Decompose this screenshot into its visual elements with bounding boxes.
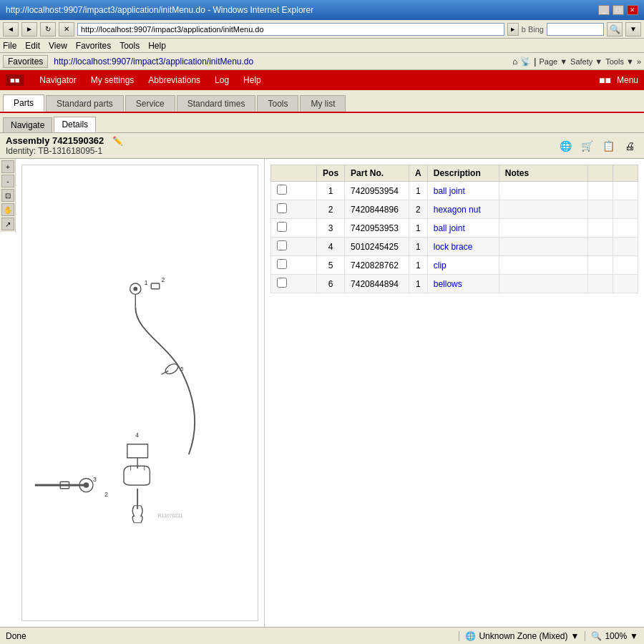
menu-tools[interactable]: Tools: [119, 41, 140, 51]
tab-my-list[interactable]: My list: [300, 95, 346, 112]
go-button[interactable]: ►: [507, 23, 519, 36]
app-nav-bar: ■■ Navigator My settings Abbreviations L…: [0, 70, 644, 90]
row-qty: 1: [409, 275, 428, 293]
tab-standard-times[interactable]: Standard times: [177, 95, 256, 112]
favorites-button[interactable]: Favorites: [3, 55, 48, 68]
table-row: 2 7420844896 2 hexagon nut: [271, 200, 638, 219]
tab-tools[interactable]: Tools: [257, 95, 298, 112]
print-icon[interactable]: 🖨: [621, 137, 638, 155]
row-notes: [499, 219, 587, 238]
menu-favorites[interactable]: Favorites: [76, 41, 111, 51]
close-button[interactable]: ✕: [627, 5, 638, 15]
copy-icon[interactable]: 📋: [600, 137, 617, 155]
row-checkbox-4[interactable]: [277, 259, 287, 269]
parts-table: Pos Part No. A Description Notes 1 74209…: [270, 165, 638, 293]
action-bar: Assembly 7421590362 ✏️ Identity: TB-1316…: [0, 133, 644, 159]
zoom-status: 🔍 100% ▼: [585, 631, 638, 641]
table-row: 3 7420953953 1 ball joint: [271, 219, 638, 238]
row-partno: 5010245425: [345, 238, 409, 256]
zoom-out-tool[interactable]: -: [1, 175, 14, 187]
row-checkbox-2[interactable]: [277, 222, 287, 232]
search-go-button[interactable]: 🔍: [607, 22, 623, 36]
menu-view[interactable]: View: [49, 41, 67, 51]
minimize-button[interactable]: _: [598, 5, 610, 15]
table-row: 1 7420953954 1 ball joint: [271, 182, 638, 200]
row-checkbox-3[interactable]: [277, 240, 287, 250]
zone-dropdown[interactable]: ▼: [571, 631, 580, 641]
rss-icon[interactable]: 📡: [520, 57, 531, 67]
fit-tool[interactable]: ⊡: [1, 189, 14, 202]
menu-help[interactable]: Help: [148, 41, 166, 51]
row-partno: 7420953954: [345, 182, 409, 200]
part-link-1[interactable]: hexagon nut: [434, 205, 481, 215]
back-button[interactable]: ◄: [3, 22, 19, 36]
page-button[interactable]: Page ▼: [539, 57, 567, 66]
diagram-border: [21, 165, 258, 621]
menu-file[interactable]: File: [3, 41, 16, 51]
part-link-0[interactable]: ball joint: [434, 186, 465, 196]
pan-tool[interactable]: ✋: [1, 203, 14, 216]
row-description: clip: [427, 256, 499, 275]
refresh-button[interactable]: ↻: [40, 22, 56, 36]
favorites-link[interactable]: http://localhost:9907/impact3/applicatio…: [54, 57, 253, 67]
part-link-5[interactable]: bellows: [434, 279, 462, 289]
col-notes: Notes: [499, 165, 587, 182]
part-link-4[interactable]: clip: [434, 260, 447, 270]
col-extra2: [613, 165, 638, 182]
row-qty: 1: [409, 219, 428, 238]
stop-button[interactable]: ✕: [59, 22, 74, 36]
nav-log[interactable]: Log: [208, 70, 236, 90]
menu-edit[interactable]: Edit: [25, 41, 40, 51]
cart-icon[interactable]: 🛒: [578, 137, 595, 155]
nav-help[interactable]: Help: [236, 70, 268, 90]
nav-abbreviations[interactable]: Abbreviations: [141, 70, 208, 90]
forward-button[interactable]: ►: [21, 22, 37, 36]
row-description: bellows: [427, 275, 499, 293]
col-checkbox: [271, 165, 317, 182]
sub-tab-details[interactable]: Details: [54, 117, 96, 132]
zoom-in-tool[interactable]: +: [1, 160, 14, 173]
row-pos: 5: [317, 256, 345, 275]
row-checkbox-5[interactable]: [277, 278, 287, 288]
tab-parts[interactable]: Parts: [3, 94, 44, 112]
tab-service[interactable]: Service: [125, 95, 175, 112]
home-icon[interactable]: ⌂: [512, 57, 517, 67]
row-checkbox-0[interactable]: [277, 185, 287, 195]
assembly-edit-icon[interactable]: ✏️: [112, 136, 123, 146]
tab-standard-parts[interactable]: Standard parts: [46, 95, 124, 112]
row-qty: 1: [409, 238, 428, 256]
address-input[interactable]: [77, 23, 504, 36]
row-checkbox-cell: [271, 275, 317, 293]
row-partno: 7420828762: [345, 256, 409, 275]
part-link-2[interactable]: ball joint: [434, 223, 465, 233]
search-input[interactable]: [547, 23, 604, 36]
col-partno: Part No.: [345, 165, 409, 182]
row-action2: [613, 238, 638, 256]
row-qty: 2: [409, 200, 428, 219]
sub-tab-navigate[interactable]: Navigate: [3, 117, 52, 132]
nav-my-settings[interactable]: My settings: [84, 70, 142, 90]
maximize-button[interactable]: □: [613, 5, 624, 15]
row-pos: 3: [317, 219, 345, 238]
row-action2: [613, 275, 638, 293]
row-qty: 1: [409, 182, 428, 200]
bing-label: b Bing: [522, 25, 544, 34]
row-action1: [587, 256, 613, 275]
part-link-3[interactable]: lock brace: [434, 242, 473, 252]
row-notes: [499, 256, 587, 275]
row-action2: [613, 219, 638, 238]
search-options-button[interactable]: ▼: [625, 22, 641, 36]
tools-button[interactable]: Tools ▼: [605, 57, 634, 66]
row-checkbox-1[interactable]: [277, 203, 287, 213]
row-pos: 1: [317, 182, 345, 200]
globe-icon[interactable]: 🌐: [557, 137, 574, 155]
more-button[interactable]: »: [637, 57, 641, 66]
row-action1: [587, 182, 613, 200]
row-action1: [587, 219, 613, 238]
safety-button[interactable]: Safety ▼: [570, 57, 602, 66]
row-notes: [499, 182, 587, 200]
row-checkbox-cell: [271, 238, 317, 256]
nav-navigator[interactable]: Navigator: [32, 70, 83, 90]
select-tool[interactable]: ↗: [1, 218, 14, 230]
zoom-dropdown[interactable]: ▼: [630, 631, 638, 641]
